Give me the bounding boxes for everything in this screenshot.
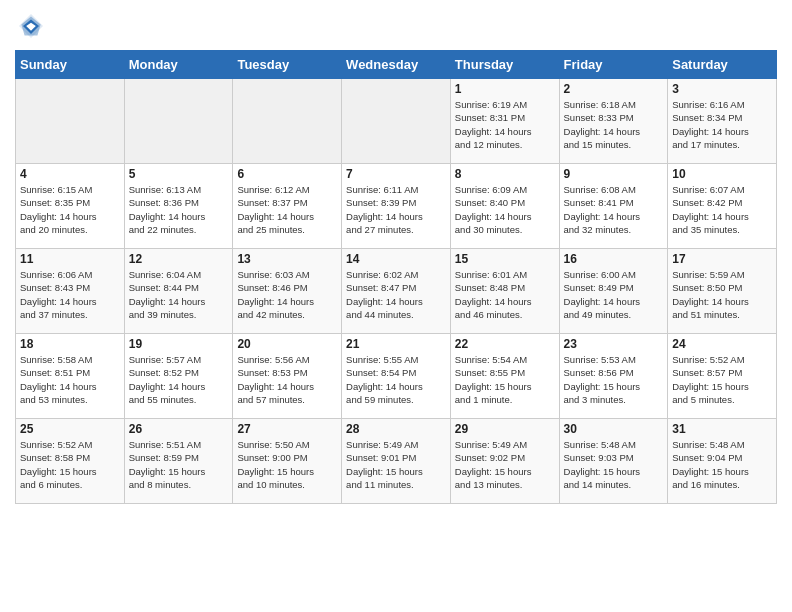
calendar-cell — [233, 79, 342, 164]
day-info: Sunrise: 6:03 AM Sunset: 8:46 PM Dayligh… — [237, 268, 337, 321]
day-info: Sunrise: 5:49 AM Sunset: 9:02 PM Dayligh… — [455, 438, 555, 491]
calendar-cell: 14Sunrise: 6:02 AM Sunset: 8:47 PM Dayli… — [342, 249, 451, 334]
day-info: Sunrise: 5:50 AM Sunset: 9:00 PM Dayligh… — [237, 438, 337, 491]
day-info: Sunrise: 5:52 AM Sunset: 8:57 PM Dayligh… — [672, 353, 772, 406]
day-info: Sunrise: 5:49 AM Sunset: 9:01 PM Dayligh… — [346, 438, 446, 491]
day-info: Sunrise: 5:53 AM Sunset: 8:56 PM Dayligh… — [564, 353, 664, 406]
calendar-cell: 7Sunrise: 6:11 AM Sunset: 8:39 PM Daylig… — [342, 164, 451, 249]
day-number: 13 — [237, 252, 337, 266]
day-info: Sunrise: 6:09 AM Sunset: 8:40 PM Dayligh… — [455, 183, 555, 236]
day-info: Sunrise: 5:59 AM Sunset: 8:50 PM Dayligh… — [672, 268, 772, 321]
calendar-cell: 21Sunrise: 5:55 AM Sunset: 8:54 PM Dayli… — [342, 334, 451, 419]
day-info: Sunrise: 5:48 AM Sunset: 9:03 PM Dayligh… — [564, 438, 664, 491]
calendar-cell: 1Sunrise: 6:19 AM Sunset: 8:31 PM Daylig… — [450, 79, 559, 164]
calendar-week-row: 11Sunrise: 6:06 AM Sunset: 8:43 PM Dayli… — [16, 249, 777, 334]
calendar-week-row: 1Sunrise: 6:19 AM Sunset: 8:31 PM Daylig… — [16, 79, 777, 164]
day-info: Sunrise: 6:12 AM Sunset: 8:37 PM Dayligh… — [237, 183, 337, 236]
calendar-cell: 27Sunrise: 5:50 AM Sunset: 9:00 PM Dayli… — [233, 419, 342, 504]
day-info: Sunrise: 6:11 AM Sunset: 8:39 PM Dayligh… — [346, 183, 446, 236]
calendar-cell: 6Sunrise: 6:12 AM Sunset: 8:37 PM Daylig… — [233, 164, 342, 249]
day-number: 20 — [237, 337, 337, 351]
day-number: 9 — [564, 167, 664, 181]
day-number: 28 — [346, 422, 446, 436]
day-number: 30 — [564, 422, 664, 436]
day-number: 8 — [455, 167, 555, 181]
calendar-cell: 22Sunrise: 5:54 AM Sunset: 8:55 PM Dayli… — [450, 334, 559, 419]
weekday-header-row: SundayMondayTuesdayWednesdayThursdayFrid… — [16, 51, 777, 79]
day-info: Sunrise: 5:52 AM Sunset: 8:58 PM Dayligh… — [20, 438, 120, 491]
day-number: 21 — [346, 337, 446, 351]
day-number: 2 — [564, 82, 664, 96]
day-info: Sunrise: 5:48 AM Sunset: 9:04 PM Dayligh… — [672, 438, 772, 491]
day-number: 12 — [129, 252, 229, 266]
calendar-cell: 11Sunrise: 6:06 AM Sunset: 8:43 PM Dayli… — [16, 249, 125, 334]
calendar-cell: 20Sunrise: 5:56 AM Sunset: 8:53 PM Dayli… — [233, 334, 342, 419]
day-info: Sunrise: 5:57 AM Sunset: 8:52 PM Dayligh… — [129, 353, 229, 406]
day-number: 6 — [237, 167, 337, 181]
weekday-header: Monday — [124, 51, 233, 79]
day-info: Sunrise: 6:13 AM Sunset: 8:36 PM Dayligh… — [129, 183, 229, 236]
calendar-week-row: 4Sunrise: 6:15 AM Sunset: 8:35 PM Daylig… — [16, 164, 777, 249]
day-number: 3 — [672, 82, 772, 96]
day-number: 15 — [455, 252, 555, 266]
day-number: 11 — [20, 252, 120, 266]
calendar-cell: 4Sunrise: 6:15 AM Sunset: 8:35 PM Daylig… — [16, 164, 125, 249]
calendar-cell: 29Sunrise: 5:49 AM Sunset: 9:02 PM Dayli… — [450, 419, 559, 504]
weekday-header: Saturday — [668, 51, 777, 79]
day-info: Sunrise: 6:02 AM Sunset: 8:47 PM Dayligh… — [346, 268, 446, 321]
calendar-cell — [16, 79, 125, 164]
calendar-cell: 10Sunrise: 6:07 AM Sunset: 8:42 PM Dayli… — [668, 164, 777, 249]
day-number: 19 — [129, 337, 229, 351]
page: SundayMondayTuesdayWednesdayThursdayFrid… — [0, 0, 792, 519]
day-info: Sunrise: 5:55 AM Sunset: 8:54 PM Dayligh… — [346, 353, 446, 406]
calendar-cell: 19Sunrise: 5:57 AM Sunset: 8:52 PM Dayli… — [124, 334, 233, 419]
day-number: 14 — [346, 252, 446, 266]
weekday-header: Friday — [559, 51, 668, 79]
day-info: Sunrise: 6:07 AM Sunset: 8:42 PM Dayligh… — [672, 183, 772, 236]
day-info: Sunrise: 6:01 AM Sunset: 8:48 PM Dayligh… — [455, 268, 555, 321]
day-info: Sunrise: 5:51 AM Sunset: 8:59 PM Dayligh… — [129, 438, 229, 491]
calendar-cell: 26Sunrise: 5:51 AM Sunset: 8:59 PM Dayli… — [124, 419, 233, 504]
calendar-cell: 8Sunrise: 6:09 AM Sunset: 8:40 PM Daylig… — [450, 164, 559, 249]
calendar-cell: 9Sunrise: 6:08 AM Sunset: 8:41 PM Daylig… — [559, 164, 668, 249]
calendar-cell: 25Sunrise: 5:52 AM Sunset: 8:58 PM Dayli… — [16, 419, 125, 504]
day-number: 31 — [672, 422, 772, 436]
day-info: Sunrise: 5:54 AM Sunset: 8:55 PM Dayligh… — [455, 353, 555, 406]
calendar-cell: 3Sunrise: 6:16 AM Sunset: 8:34 PM Daylig… — [668, 79, 777, 164]
calendar-cell: 12Sunrise: 6:04 AM Sunset: 8:44 PM Dayli… — [124, 249, 233, 334]
day-number: 18 — [20, 337, 120, 351]
day-number: 10 — [672, 167, 772, 181]
calendar-cell: 31Sunrise: 5:48 AM Sunset: 9:04 PM Dayli… — [668, 419, 777, 504]
day-info: Sunrise: 6:04 AM Sunset: 8:44 PM Dayligh… — [129, 268, 229, 321]
calendar-cell — [124, 79, 233, 164]
calendar-cell: 30Sunrise: 5:48 AM Sunset: 9:03 PM Dayli… — [559, 419, 668, 504]
calendar-cell: 28Sunrise: 5:49 AM Sunset: 9:01 PM Dayli… — [342, 419, 451, 504]
calendar-cell — [342, 79, 451, 164]
day-number: 23 — [564, 337, 664, 351]
calendar-cell: 5Sunrise: 6:13 AM Sunset: 8:36 PM Daylig… — [124, 164, 233, 249]
calendar-week-row: 25Sunrise: 5:52 AM Sunset: 8:58 PM Dayli… — [16, 419, 777, 504]
day-info: Sunrise: 5:56 AM Sunset: 8:53 PM Dayligh… — [237, 353, 337, 406]
day-number: 4 — [20, 167, 120, 181]
logo-icon — [15, 10, 47, 42]
calendar-cell: 24Sunrise: 5:52 AM Sunset: 8:57 PM Dayli… — [668, 334, 777, 419]
day-number: 24 — [672, 337, 772, 351]
header — [15, 10, 777, 42]
calendar-cell: 17Sunrise: 5:59 AM Sunset: 8:50 PM Dayli… — [668, 249, 777, 334]
calendar-cell: 15Sunrise: 6:01 AM Sunset: 8:48 PM Dayli… — [450, 249, 559, 334]
day-info: Sunrise: 6:16 AM Sunset: 8:34 PM Dayligh… — [672, 98, 772, 151]
weekday-header: Sunday — [16, 51, 125, 79]
day-info: Sunrise: 5:58 AM Sunset: 8:51 PM Dayligh… — [20, 353, 120, 406]
day-number: 17 — [672, 252, 772, 266]
day-info: Sunrise: 6:06 AM Sunset: 8:43 PM Dayligh… — [20, 268, 120, 321]
calendar-cell: 23Sunrise: 5:53 AM Sunset: 8:56 PM Dayli… — [559, 334, 668, 419]
day-number: 26 — [129, 422, 229, 436]
day-number: 5 — [129, 167, 229, 181]
day-number: 25 — [20, 422, 120, 436]
weekday-header: Thursday — [450, 51, 559, 79]
day-number: 22 — [455, 337, 555, 351]
calendar: SundayMondayTuesdayWednesdayThursdayFrid… — [15, 50, 777, 504]
logo — [15, 10, 51, 42]
day-number: 7 — [346, 167, 446, 181]
calendar-week-row: 18Sunrise: 5:58 AM Sunset: 8:51 PM Dayli… — [16, 334, 777, 419]
